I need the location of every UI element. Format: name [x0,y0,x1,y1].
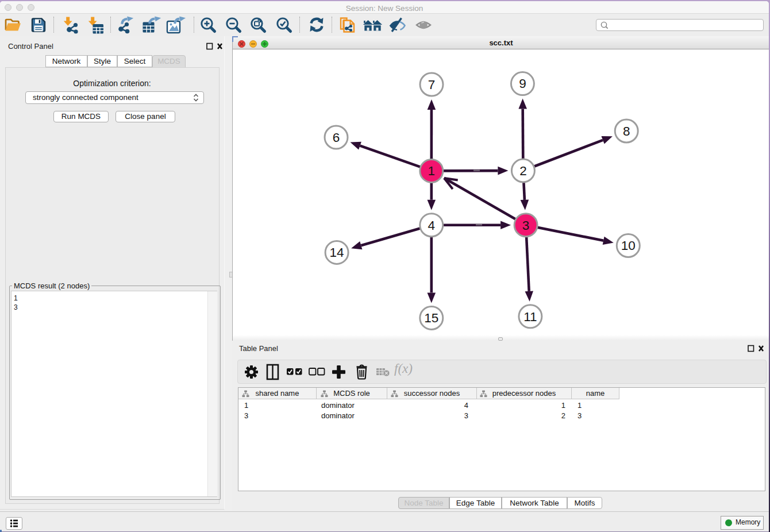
svg-text:9: 9 [519,76,526,91]
svg-text:14: 14 [330,245,344,260]
svg-text:10: 10 [621,238,636,253]
svg-text:4: 4 [428,218,436,233]
svg-text:2: 2 [519,164,527,178]
svg-text:8: 8 [623,124,630,138]
svg-text:11: 11 [523,310,537,324]
svg-text:6: 6 [333,130,340,145]
svg-text:3: 3 [522,218,530,233]
svg-text:7: 7 [428,78,436,92]
svg-text:15: 15 [424,311,438,325]
svg-text:1: 1 [428,164,436,178]
